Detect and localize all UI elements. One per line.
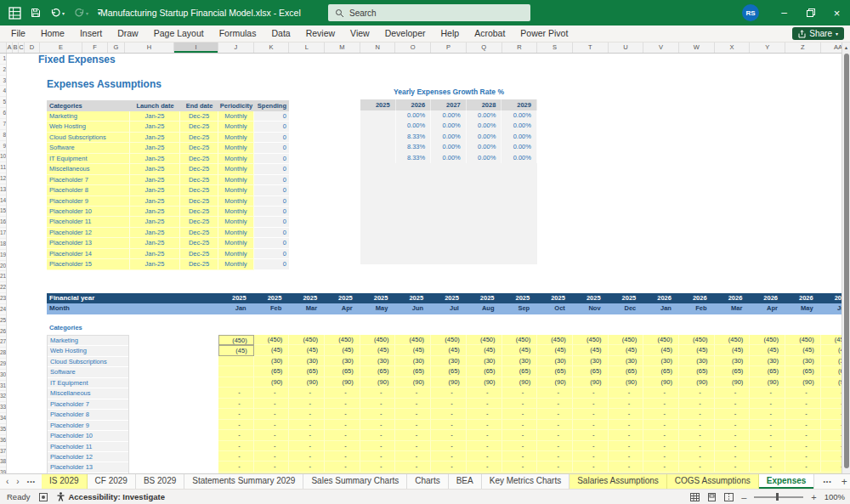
monthly-value-cell[interactable]: (65) <box>785 366 821 377</box>
monthly-value-cell[interactable]: - <box>218 451 254 462</box>
year-cell[interactable]: 2025 <box>609 293 644 303</box>
cell-launch[interactable]: Jan-25 <box>130 196 180 207</box>
cell-spending[interactable]: 0 <box>254 217 289 227</box>
monthly-value-cell[interactable]: - <box>467 420 502 430</box>
monthly-value-cell[interactable]: (45) <box>467 345 502 355</box>
row-header-16[interactable]: 16 <box>0 217 6 228</box>
monthly-value-cell[interactable]: - <box>750 409 785 419</box>
cell-periodicity[interactable]: Monthly <box>218 259 254 269</box>
monthly-value-cell[interactable]: - <box>679 420 715 430</box>
monthly-value-cell[interactable]: - <box>679 409 715 419</box>
monthly-value-cell[interactable]: - <box>289 388 325 398</box>
cell-periodicity[interactable]: Monthly <box>218 196 254 207</box>
monthly-value-cell[interactable]: - <box>679 430 715 440</box>
row-header-35[interactable]: 35 <box>0 424 6 435</box>
growth-value-cell[interactable]: 0.00% <box>431 132 467 142</box>
growth-value-cell[interactable]: 0.00% <box>431 142 467 152</box>
monthly-value-cell[interactable]: - <box>360 388 396 398</box>
month-cell[interactable]: Mar <box>289 303 325 314</box>
monthly-value-cell[interactable]: - <box>431 388 467 398</box>
monthly-value-cell[interactable]: - <box>254 399 290 409</box>
monthly-value-cell[interactable]: - <box>679 462 715 472</box>
minimize-button[interactable]: – <box>771 0 797 25</box>
monthly-value-cell[interactable]: (30) <box>609 356 644 366</box>
monthly-value-cell[interactable]: - <box>573 441 609 451</box>
monthly-value-cell[interactable]: - <box>360 451 396 462</box>
monthly-value-cell[interactable]: - <box>467 430 502 440</box>
monthly-category-software[interactable]: Software <box>48 367 128 377</box>
monthly-value-cell[interactable]: - <box>785 388 821 398</box>
ribbon-tab-acrobat[interactable]: Acrobat <box>467 25 513 42</box>
column-header-C[interactable]: C <box>19 42 25 53</box>
monthly-value-cell[interactable]: (90) <box>431 377 467 388</box>
monthly-value-cell[interactable]: - <box>715 430 751 440</box>
monthly-value-cell[interactable]: - <box>325 388 360 398</box>
growth-value-cell[interactable]: 0.00% <box>467 153 502 163</box>
monthly-value-cell[interactable]: - <box>821 441 842 451</box>
ribbon-tab-formulas[interactable]: Formulas <box>212 25 264 42</box>
monthly-value-cell[interactable]: (65) <box>431 366 467 377</box>
monthly-value-cell[interactable]: - <box>289 441 325 451</box>
monthly-value-cell[interactable]: (90) <box>325 377 360 388</box>
monthly-value-cell[interactable]: - <box>821 430 842 440</box>
monthly-value-cell[interactable]: - <box>395 409 431 419</box>
row-header-38[interactable]: 38 <box>0 456 6 467</box>
year-cell[interactable]: 2026 <box>715 293 751 303</box>
monthly-value-cell[interactable]: - <box>609 420 644 430</box>
zoom-level[interactable]: 100% <box>824 492 845 501</box>
monthly-value-cell[interactable]: (450) <box>325 335 360 345</box>
monthly-value-cell[interactable]: - <box>502 462 538 472</box>
row-header-23[interactable]: 23 <box>0 293 6 304</box>
monthly-category-it-equipment[interactable]: IT Equipment <box>48 378 128 388</box>
monthly-value-cell[interactable]: - <box>218 441 254 451</box>
ribbon-tab-page-layout[interactable]: Page Layout <box>146 25 212 42</box>
growth-value-cell[interactable]: 0.00% <box>502 153 537 163</box>
cell-launch[interactable]: Jan-25 <box>130 154 180 164</box>
row-header-28[interactable]: 28 <box>0 348 6 359</box>
monthly-value-cell[interactable]: (45) <box>502 345 538 355</box>
monthly-value-cell[interactable]: - <box>821 462 842 472</box>
monthly-value-cell[interactable]: (90) <box>679 377 715 388</box>
cell-launch[interactable]: Jan-25 <box>130 238 180 248</box>
monthly-value-cell[interactable]: (450) <box>289 335 325 345</box>
monthly-value-cell[interactable]: - <box>467 451 502 462</box>
monthly-value-cell[interactable]: - <box>643 430 679 440</box>
undo-caret[interactable]: ▾ <box>62 10 65 16</box>
monthly-value-cell[interactable]: - <box>750 441 785 451</box>
monthly-value-cell[interactable]: - <box>785 462 821 472</box>
monthly-value-cell[interactable]: - <box>821 451 842 462</box>
page-layout-view-icon[interactable] <box>707 493 717 501</box>
monthly-value-cell[interactable]: (30) <box>715 356 751 366</box>
cell-end[interactable]: Dec-25 <box>180 164 218 174</box>
cell-category[interactable]: Software <box>47 143 130 153</box>
cell-periodicity[interactable]: Monthly <box>218 175 254 185</box>
growth-value-cell[interactable]: 0.00% <box>502 110 537 121</box>
monthly-value-cell[interactable]: (30) <box>289 356 325 366</box>
column-header-K[interactable]: K <box>254 42 290 53</box>
year-cell[interactable]: 2025 <box>537 293 573 303</box>
month-cell[interactable]: Nov <box>573 303 609 314</box>
ribbon-tab-review[interactable]: Review <box>298 25 343 42</box>
sheet-nav-prev-icon[interactable]: ‹ <box>6 477 8 486</box>
monthly-value-cell[interactable]: - <box>325 430 360 440</box>
growth-value-cell[interactable] <box>360 132 396 142</box>
monthly-value-cell[interactable]: - <box>785 441 821 451</box>
monthly-value-cell[interactable]: (90) <box>750 377 785 388</box>
monthly-value-cell[interactable]: (65) <box>289 366 325 377</box>
monthly-value-cell[interactable]: (45) <box>573 345 609 355</box>
monthly-value-cell[interactable]: - <box>573 430 609 440</box>
cell-end[interactable]: Dec-25 <box>180 228 218 238</box>
monthly-value-cell[interactable]: (45) <box>360 345 396 355</box>
cell-end[interactable]: Dec-25 <box>180 143 218 153</box>
column-header-T[interactable]: T <box>573 42 609 53</box>
monthly-value-cell[interactable]: (45) <box>218 345 254 355</box>
growth-table-title[interactable]: Yearly Expenses Growth Rate % <box>360 88 537 96</box>
monthly-value-cell[interactable]: (45) <box>537 345 573 355</box>
monthly-value-cell[interactable]: (30) <box>467 356 502 366</box>
growth-value-cell[interactable]: 0.00% <box>396 121 432 131</box>
monthly-value-cell[interactable]: - <box>609 399 644 409</box>
monthly-category-placeholder-13[interactable]: Placeholder 13 <box>48 462 128 473</box>
monthly-value-cell[interactable]: (450) <box>609 335 644 345</box>
cell-launch[interactable]: Jan-25 <box>130 122 180 132</box>
monthly-category-marketing[interactable]: Marketing <box>48 336 128 346</box>
